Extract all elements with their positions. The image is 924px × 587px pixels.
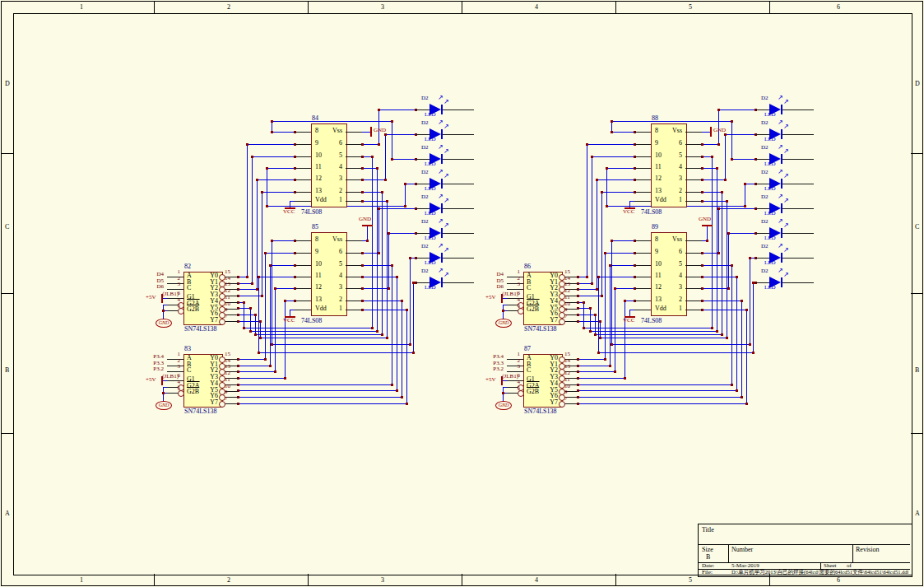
led-value: LED (764, 211, 776, 217)
zone-tick (2, 153, 13, 154)
led-designator: D2 (761, 145, 768, 151)
wire-segment (601, 192, 602, 296)
junction-dot (381, 191, 383, 193)
pin-name: G2B (187, 306, 199, 313)
wire-segment (597, 179, 634, 180)
led-light-arrow-icon: ↗ (438, 169, 443, 175)
junction-dot (271, 240, 273, 242)
power-port-gnd[interactable]: GND (156, 319, 172, 328)
led-lead (755, 159, 769, 160)
net-label[interactable]: D6 (131, 284, 164, 290)
pin-name: 12 (315, 175, 322, 182)
junction-dot (258, 276, 260, 278)
power-bar (702, 225, 713, 226)
net-label[interactable]: D4 (131, 272, 164, 277)
pin-number: 1 (169, 269, 180, 275)
junction-dot (726, 337, 728, 339)
wire-segment (410, 258, 411, 344)
pin-name: 3 (666, 284, 682, 291)
wire-segment (578, 366, 610, 366)
power-port-5v[interactable]: +5V (485, 377, 496, 383)
led-light-arrow-icon: ↗ (783, 173, 789, 179)
net-label[interactable]: (JLB1) (157, 291, 179, 297)
net-label[interactable]: P3.4 (471, 354, 504, 360)
power-port-vcc[interactable]: VCC (283, 318, 295, 324)
net-label[interactable]: (JLB1) (157, 374, 179, 380)
power-port-vcc[interactable]: VCC (623, 318, 634, 324)
led-lead (782, 233, 814, 234)
zone-label-left: D (5, 81, 10, 87)
pin-number: 13 (564, 364, 570, 370)
wire-segment (745, 184, 745, 206)
power-port-gnd[interactable]: GND (359, 217, 371, 222)
zone-tick (154, 2, 155, 13)
schematic-canvas[interactable]: 112233445566DDCCBBAA82SN74LS1381A2B3C6G1… (0, 0, 924, 587)
wire-segment (290, 201, 290, 207)
pin-name: Vdd (315, 197, 327, 203)
designator: 87 (524, 346, 531, 352)
net-label[interactable]: P3.2 (471, 366, 504, 372)
net-label[interactable]: P3.4 (131, 354, 164, 360)
net-label[interactable]: (JLB1) (497, 291, 518, 297)
power-port-5v[interactable]: +5V (146, 295, 156, 300)
power-port-gnd[interactable]: GND (495, 401, 512, 410)
junction-dot (727, 232, 730, 235)
wire-segment (258, 352, 413, 353)
title-block: Title Size B Number Revision Date: 5-Mar… (698, 524, 912, 577)
wire-segment (385, 134, 386, 179)
part-type: 74LS08 (641, 209, 662, 216)
part-type: SN74LS138 (184, 408, 217, 415)
net-label[interactable]: (JLB1) (497, 374, 518, 380)
power-port-5v[interactable]: +5V (146, 377, 156, 383)
wire-segment (238, 378, 285, 379)
led-light-arrow-icon: ↗ (438, 268, 443, 274)
led-designator: D2 (421, 96, 429, 101)
pin-name: Vss (326, 128, 342, 134)
pin-stub (634, 288, 651, 289)
wire-segment (238, 359, 265, 360)
number-label: Number (731, 547, 753, 553)
pin-name: C (527, 367, 531, 374)
part-type: SN74LS138 (524, 326, 557, 333)
junction-dot (611, 343, 613, 346)
wire-segment (272, 132, 295, 133)
pin-number: 13 (225, 364, 230, 370)
net-label[interactable]: D6 (471, 284, 504, 290)
wire-segment (362, 179, 385, 180)
junction-dot (284, 300, 286, 302)
wire-segment (611, 240, 612, 344)
pin-name: Vdd (655, 197, 666, 203)
net-label[interactable]: D4 (471, 272, 504, 277)
led-light-arrow-icon: ↗ (783, 148, 789, 155)
pin-name: 10 (655, 152, 662, 159)
wire-segment (718, 208, 719, 253)
wire-segment (238, 321, 260, 322)
power-port-gnd[interactable]: GND (374, 128, 386, 133)
zone-label-top: 1 (80, 4, 83, 11)
pin-stub (685, 300, 702, 301)
pin-stub (295, 288, 311, 289)
power-port-vcc[interactable]: VCC (283, 209, 295, 215)
led-light-arrow-icon: ↗ (443, 222, 449, 229)
wire-segment (702, 168, 717, 169)
wire-segment (595, 314, 596, 334)
net-label[interactable]: P3.2 (131, 366, 164, 372)
power-port-gnd[interactable]: GND (156, 401, 172, 410)
power-port-gnd[interactable]: GND (495, 319, 512, 328)
power-port-gnd[interactable]: GND (713, 128, 726, 133)
junction-dot (243, 301, 245, 304)
power-port-5v[interactable]: +5V (485, 295, 496, 300)
pin-name: 2 (666, 296, 682, 303)
pin-name: G2B (527, 389, 539, 395)
pin-stub (634, 310, 651, 310)
size-label: Size (702, 547, 713, 553)
junction-dot (251, 156, 253, 158)
power-port-vcc[interactable]: VCC (623, 209, 634, 215)
zone-label-bottom: 3 (381, 577, 384, 584)
pin-name: 4 (666, 164, 682, 170)
power-port-gnd[interactable]: GND (699, 217, 711, 222)
pin-name: 3 (326, 175, 342, 182)
wire-segment (702, 288, 728, 289)
junction-dot (724, 133, 727, 136)
pin-stub (634, 201, 651, 202)
